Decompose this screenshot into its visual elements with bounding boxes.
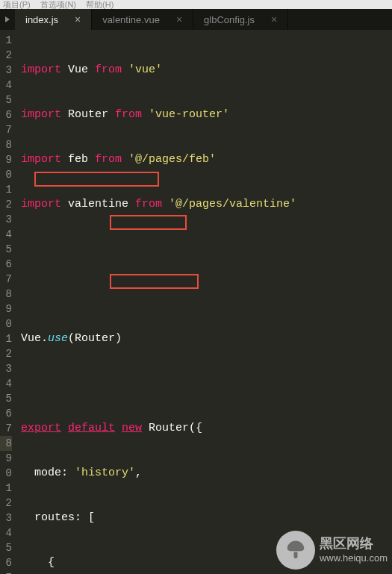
- watermark: 黑区网络 www.heiqu.com: [276, 531, 388, 570]
- close-icon[interactable]: ×: [271, 14, 277, 25]
- tab-index-js[interactable]: index.js ×: [15, 9, 92, 30]
- sidebar-toggle[interactable]: [0, 9, 15, 30]
- menu-bar: 项目(P) 首选项(N) 帮助(H): [0, 0, 392, 9]
- mushroom-icon: [276, 531, 315, 570]
- menu-item[interactable]: 首选项(N): [40, 0, 76, 9]
- editor[interactable]: 1234567890123456789012345678901234567 im…: [0, 30, 392, 574]
- menu-item[interactable]: 帮助(H): [86, 0, 113, 9]
- menu-item[interactable]: 项目(P): [3, 0, 31, 9]
- tab-label: index.js: [25, 14, 58, 25]
- tab-glbconfig-js[interactable]: glbConfig.js ×: [193, 9, 288, 30]
- tab-valentine-vue[interactable]: valentine.vue ×: [92, 9, 193, 30]
- watermark-url: www.heiqu.com: [320, 552, 388, 564]
- close-icon[interactable]: ×: [176, 14, 182, 25]
- line-gutter: 1234567890123456789012345678901234567: [0, 30, 15, 574]
- tab-label: glbConfig.js: [204, 14, 255, 25]
- close-icon[interactable]: ×: [75, 14, 81, 25]
- tab-label: valentine.vue: [102, 14, 160, 25]
- tab-bar: index.js × valentine.vue × glbConfig.js …: [0, 9, 392, 30]
- code-area[interactable]: import Vue from 'vue' import Router from…: [15, 30, 392, 574]
- watermark-title: 黑区网络: [320, 536, 388, 552]
